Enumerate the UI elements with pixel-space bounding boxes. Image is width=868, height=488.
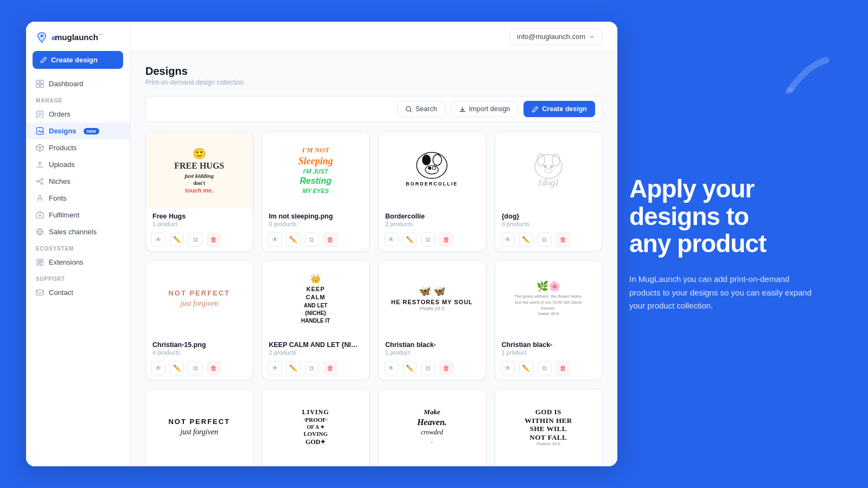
delete-button[interactable]: 🗑 xyxy=(323,361,337,375)
sidebar-item-uploads[interactable]: Uploads xyxy=(26,156,130,173)
copy-button[interactable]: ⧉ xyxy=(538,233,552,247)
design-preview-christian-15[interactable]: NOT PERFECT just forgiven xyxy=(146,261,253,337)
sidebar-item-fulfilment[interactable]: Fulfilment xyxy=(26,207,130,223)
copy-button[interactable]: ⧉ xyxy=(305,233,319,247)
eye-button[interactable]: 👁 xyxy=(151,361,165,375)
svg-rect-4 xyxy=(40,84,43,87)
design-preview-grass[interactable]: 🌿🌸 The grass withers, the flower fades, … xyxy=(495,261,602,337)
create-design-toolbar-button[interactable]: Create design xyxy=(524,101,595,117)
design-preview-keep-calm[interactable]: 👑 KEEP CALM AND LET {NICHE} HANDLE IT xyxy=(263,261,369,337)
import-design-button[interactable]: Import design xyxy=(451,101,519,117)
design-preview-dog[interactable]: {dog} xyxy=(495,132,602,208)
manage-section-label: MANAGE xyxy=(26,92,130,106)
design-card-sleeping: I'M NOT Sleeping I'M JUST Resting MY EYE… xyxy=(262,132,370,252)
sidebar-item-sales-channels[interactable]: Sales channels xyxy=(26,223,130,240)
svg-text:BORDERCOLLIE: BORDERCOLLIE xyxy=(406,181,458,187)
design-preview-bordercollie[interactable]: BORDERCOLLIE xyxy=(379,132,486,208)
design-info-grass: Christian black- 1 product xyxy=(495,337,602,358)
edit-button[interactable]: ✏️ xyxy=(403,361,417,375)
logo-text: 𝓮muglaunch™ xyxy=(51,33,103,42)
copy-button[interactable]: ⧉ xyxy=(188,233,202,247)
svg-point-8 xyxy=(41,178,43,181)
design-preview-he-restores[interactable]: 🦋 🦋 HE RESTORES MY SOUL Psalm 23:3 xyxy=(379,261,486,337)
account-email: info@muglaunch.com xyxy=(517,33,585,41)
eye-button[interactable]: 👁 xyxy=(151,233,165,247)
delete-button[interactable]: 🗑 xyxy=(207,233,221,247)
sidebar-item-contact[interactable]: Contact xyxy=(26,284,130,301)
edit-button[interactable]: ✏️ xyxy=(403,233,417,247)
content-area: Designs Print-on-demand design collectio… xyxy=(130,52,617,466)
svg-point-28 xyxy=(784,86,794,95)
design-info-living-proof: Christian black- xyxy=(263,465,369,466)
create-btn-label: Create design xyxy=(51,56,98,64)
designs-icon xyxy=(36,127,44,135)
svg-text:{dog}: {dog} xyxy=(538,178,558,188)
design-info-he-restores: Christian black- 1 product xyxy=(379,337,486,358)
ecosystem-section-label: ECOSYSTEM xyxy=(26,240,130,254)
svg-point-17 xyxy=(425,165,438,174)
design-preview-sleeping[interactable]: I'M NOT Sleeping I'M JUST Resting MY EYE… xyxy=(263,132,369,208)
account-button[interactable]: info@muglaunch.com xyxy=(510,28,602,45)
sidebar-item-products-label: Products xyxy=(49,144,76,152)
pencil-icon xyxy=(40,56,47,63)
design-info-keep-calm: KEEP CALM AND LET {NICH… 2 products xyxy=(263,337,369,358)
copy-button[interactable]: ⧉ xyxy=(188,361,202,375)
sidebar-item-designs[interactable]: Designs new xyxy=(26,123,130,139)
copy-button[interactable]: ⧉ xyxy=(421,361,435,375)
heading-line3: any product xyxy=(629,229,766,258)
design-preview-god-within[interactable]: GOD IS WITHIN HER SHE WILL NOT FALL Psal… xyxy=(495,389,602,465)
products-icon xyxy=(36,144,44,152)
sidebar-item-extensions[interactable]: Extensions xyxy=(26,254,130,271)
design-products: 0 products xyxy=(269,221,363,227)
design-preview-free-hugs[interactable]: 🙂 FREE HUGS just kidding don't touch me. xyxy=(146,132,253,208)
design-actions-sleeping: 👁 ✏️ ⧉ 🗑 xyxy=(263,229,369,251)
search-button[interactable]: Search xyxy=(397,101,445,117)
niches-icon xyxy=(36,177,44,185)
svg-point-21 xyxy=(535,155,562,178)
eye-button[interactable]: 👁 xyxy=(501,361,515,375)
delete-button[interactable]: 🗑 xyxy=(439,361,454,375)
design-preview-make-heaven[interactable]: Make Heaven. crowded · xyxy=(379,389,486,465)
fulfilment-icon xyxy=(36,211,44,219)
edit-button[interactable]: ✏️ xyxy=(170,233,184,247)
design-card-dog: {dog} {dog} 3 products 👁 ✏️ ⧉ � xyxy=(495,132,603,252)
delete-button[interactable]: 🗑 xyxy=(556,233,570,247)
eye-button[interactable]: 👁 xyxy=(501,233,515,247)
edit-button[interactable]: ✏️ xyxy=(170,361,184,375)
sidebar-item-dashboard[interactable]: Dashboard xyxy=(26,75,130,92)
delete-button[interactable]: 🗑 xyxy=(323,233,337,247)
create-design-sidebar-button[interactable]: Create design xyxy=(33,51,123,69)
copy-button[interactable]: ⧉ xyxy=(421,233,435,247)
app-wrapper: 𝓮muglaunch™ Create design xyxy=(0,0,868,488)
design-card-grass: 🌿🌸 The grass withers, the flower fades, … xyxy=(495,260,603,380)
create-btn-wrap: Create design xyxy=(26,51,130,75)
design-preview-living-proof[interactable]: LIVING ·PROOF· OF A ✦ LOVING GOD✦ xyxy=(263,389,369,465)
design-name: KEEP CALM AND LET {NICH… xyxy=(269,341,363,349)
design-preview-not-perfect2[interactable]: NOT PERFECT just forgiven xyxy=(146,389,253,465)
design-actions-bordercollie: 👁 ✏️ ⧉ 🗑 xyxy=(379,229,486,251)
copy-button[interactable]: ⧉ xyxy=(305,361,319,375)
eye-button[interactable]: 👁 xyxy=(384,361,398,375)
edit-button[interactable]: ✏️ xyxy=(519,361,533,375)
sidebar-item-sales-channels-label: Sales channels xyxy=(49,228,97,236)
sidebar-item-fonts[interactable]: Fonts xyxy=(26,190,130,207)
dog-svg: {dog} xyxy=(521,142,576,196)
sidebar-item-niches[interactable]: Niches xyxy=(26,173,130,190)
logo-icon xyxy=(36,31,48,43)
eye-button[interactable]: 👁 xyxy=(384,233,398,247)
delete-button[interactable]: 🗑 xyxy=(439,233,454,247)
svg-rect-3 xyxy=(36,84,40,87)
eye-button[interactable]: 👁 xyxy=(268,361,282,375)
delete-button[interactable]: 🗑 xyxy=(556,361,570,375)
copy-button[interactable]: ⧉ xyxy=(538,361,552,375)
sidebar-item-uploads-label: Uploads xyxy=(49,160,75,169)
edit-button[interactable]: ✏️ xyxy=(286,361,301,375)
design-info-make-heaven: Christian black- xyxy=(379,465,486,466)
delete-button[interactable]: 🗑 xyxy=(207,361,221,375)
sidebar-item-orders[interactable]: Orders xyxy=(26,106,130,123)
eye-button[interactable]: 👁 xyxy=(268,233,282,247)
edit-button[interactable]: ✏️ xyxy=(519,233,533,247)
edit-button[interactable]: ✏️ xyxy=(286,233,301,247)
sidebar-item-products[interactable]: Products xyxy=(26,139,130,156)
design-actions-dog: 👁 ✏️ ⧉ 🗑 xyxy=(495,229,602,251)
